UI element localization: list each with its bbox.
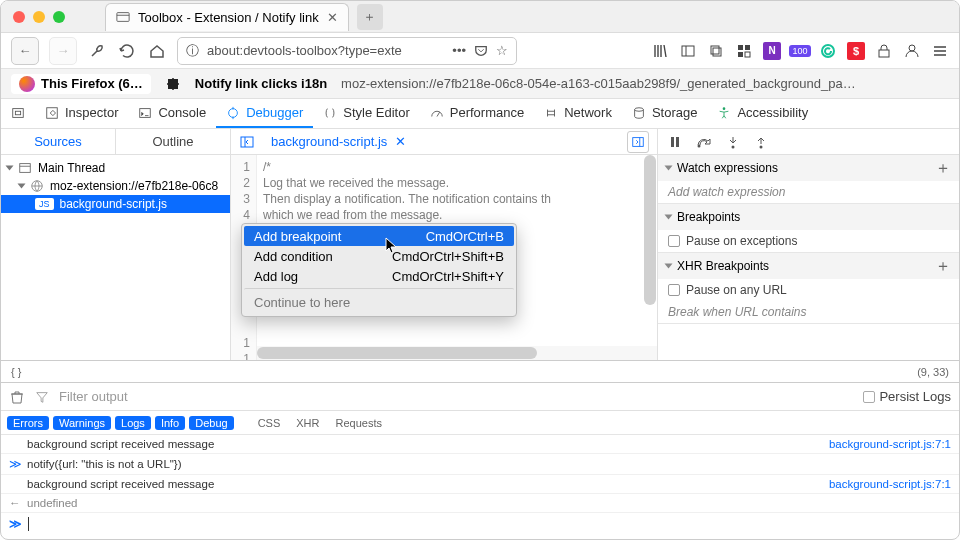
watch-expressions-header[interactable]: Watch expressions ＋ — [658, 155, 959, 181]
reload-button[interactable] — [117, 41, 137, 61]
twisty-icon — [6, 166, 14, 171]
pill-requests[interactable]: Requests — [330, 416, 388, 430]
this-firefox-pill[interactable]: This Firefox (6… — [11, 74, 151, 94]
svg-point-32 — [698, 144, 701, 147]
console-log-row: background script received message backg… — [1, 475, 959, 494]
hamburger-menu-icon[interactable] — [931, 42, 949, 60]
url-bar[interactable]: ⓘ about:devtools-toolbox?type=exte ••• ☆ — [177, 37, 517, 65]
ctx-add-condition[interactable]: Add condition CmdOrCtrl+Shift+B — [244, 246, 514, 266]
pause-on-any-url-checkbox[interactable] — [668, 284, 680, 296]
dollar-icon[interactable]: $ — [847, 42, 865, 60]
window-maximize-button[interactable] — [53, 11, 65, 23]
breakpoints-header[interactable]: Breakpoints — [658, 204, 959, 230]
home-button[interactable] — [147, 41, 167, 61]
copy-icon[interactable] — [707, 42, 725, 60]
back-button[interactable]: ← — [11, 37, 39, 65]
xhr-breakpoints-header[interactable]: XHR Breakpoints ＋ — [658, 253, 959, 279]
source-link[interactable]: background-script.js:7:1 — [829, 438, 951, 450]
pocket-icon[interactable] — [474, 44, 488, 58]
ctx-add-log[interactable]: Add log CmdOrCtrl+Shift+Y — [244, 266, 514, 286]
extension-name: Notify link clicks i18n — [195, 76, 327, 91]
puzzle-icon — [165, 76, 181, 92]
persist-logs-checkbox[interactable] — [863, 391, 875, 403]
badge-100[interactable]: 100 — [791, 42, 809, 60]
pause-on-exceptions-checkbox[interactable] — [668, 235, 680, 247]
forward-button[interactable]: → — [49, 37, 77, 65]
tree-origin[interactable]: moz-extension://e7fb218e-06c8 — [1, 177, 230, 195]
tab-inspector[interactable]: Inspector — [35, 99, 128, 128]
globe-icon — [30, 179, 44, 193]
library-icon[interactable] — [651, 42, 669, 60]
svg-rect-23 — [20, 164, 31, 173]
svg-rect-8 — [738, 52, 743, 57]
svg-rect-7 — [745, 45, 750, 50]
add-watch-button[interactable]: ＋ — [935, 158, 951, 179]
editor-context-menu: Add breakpoint CmdOrCtrl+B Add condition… — [241, 223, 517, 317]
onenote-icon[interactable]: N — [763, 42, 781, 60]
svg-rect-6 — [738, 45, 743, 50]
window-close-button[interactable] — [13, 11, 25, 23]
source-link[interactable]: background-script.js:7:1 — [829, 478, 951, 490]
svg-rect-14 — [15, 111, 20, 115]
pill-debug[interactable]: Debug — [189, 416, 233, 430]
new-tab-button[interactable]: ＋ — [357, 4, 383, 30]
step-over-button[interactable] — [696, 135, 712, 149]
pill-errors[interactable]: Errors — [7, 416, 49, 430]
tab-performance[interactable]: Performance — [420, 99, 534, 128]
pill-logs[interactable]: Logs — [115, 416, 151, 430]
text-caret — [28, 517, 29, 531]
clear-console-button[interactable] — [9, 389, 25, 405]
chevron-down-icon — [665, 215, 673, 220]
vertical-scrollbar[interactable] — [643, 155, 657, 346]
browser-tab[interactable]: Toolbox - Extension / Notify link ✕ — [105, 3, 349, 31]
tab-console[interactable]: Console — [128, 99, 216, 128]
tab-close-icon[interactable]: ✕ — [327, 10, 338, 25]
horizontal-scrollbar[interactable] — [257, 346, 657, 360]
sidebar-icon[interactable] — [679, 42, 697, 60]
pill-warnings[interactable]: Warnings — [53, 416, 111, 430]
iframe-picker[interactable] — [1, 99, 35, 128]
info-icon[interactable]: ⓘ — [186, 42, 199, 60]
close-file-icon[interactable]: ✕ — [395, 134, 406, 149]
chevron-down-icon — [665, 166, 673, 171]
add-xhr-breakpoint-button[interactable]: ＋ — [935, 256, 951, 277]
account-icon[interactable] — [903, 42, 921, 60]
ctx-continue-to-here: Continue to here — [244, 288, 514, 314]
tab-style-editor[interactable]: Style Editor — [313, 99, 419, 128]
tab-network[interactable]: Network — [534, 99, 622, 128]
ctx-add-breakpoint[interactable]: Add breakpoint CmdOrCtrl+B — [244, 226, 514, 246]
braces-icon[interactable]: { } — [11, 366, 21, 378]
tree-file-selected[interactable]: JS background-script.js — [1, 195, 230, 213]
tab-debugger[interactable]: Debugger — [216, 99, 313, 128]
persist-logs-label: Persist Logs — [879, 389, 951, 404]
pill-info[interactable]: Info — [155, 416, 185, 430]
xhr-url-input[interactable]: Break when URL contains — [658, 301, 959, 323]
tab-title: Toolbox - Extension / Notify link — [138, 10, 319, 25]
tab-accessibility[interactable]: Accessibility — [707, 99, 818, 128]
toggle-right-panel-icon[interactable] — [627, 131, 649, 153]
tab-storage[interactable]: Storage — [622, 99, 708, 128]
filter-input[interactable]: Filter output — [59, 389, 128, 404]
lock-icon[interactable] — [875, 42, 893, 60]
watch-placeholder[interactable]: Add watch expression — [658, 181, 959, 203]
meatball-icon[interactable]: ••• — [452, 43, 466, 58]
outline-tab[interactable]: Outline — [116, 129, 230, 154]
sources-tab[interactable]: Sources — [1, 129, 116, 154]
grid-icon[interactable] — [735, 42, 753, 60]
pill-css[interactable]: CSS — [252, 416, 287, 430]
tree-main-thread[interactable]: Main Thread — [1, 159, 230, 177]
window-minimize-button[interactable] — [33, 11, 45, 23]
step-in-button[interactable] — [726, 135, 740, 149]
toggle-sources-icon[interactable] — [239, 134, 255, 150]
grammarly-icon[interactable] — [819, 42, 837, 60]
twisty-icon — [18, 184, 26, 189]
bookmark-star-icon[interactable]: ☆ — [496, 43, 508, 58]
pause-resume-button[interactable] — [668, 135, 682, 149]
svg-rect-26 — [241, 137, 253, 147]
step-out-button[interactable] — [754, 135, 768, 149]
pill-xhr[interactable]: XHR — [290, 416, 325, 430]
prompt-icon: ≫ — [9, 517, 22, 531]
file-tab[interactable]: background-script.js ✕ — [265, 132, 412, 151]
wrench-icon[interactable] — [87, 41, 107, 61]
console-input[interactable]: ≫ — [1, 513, 959, 535]
